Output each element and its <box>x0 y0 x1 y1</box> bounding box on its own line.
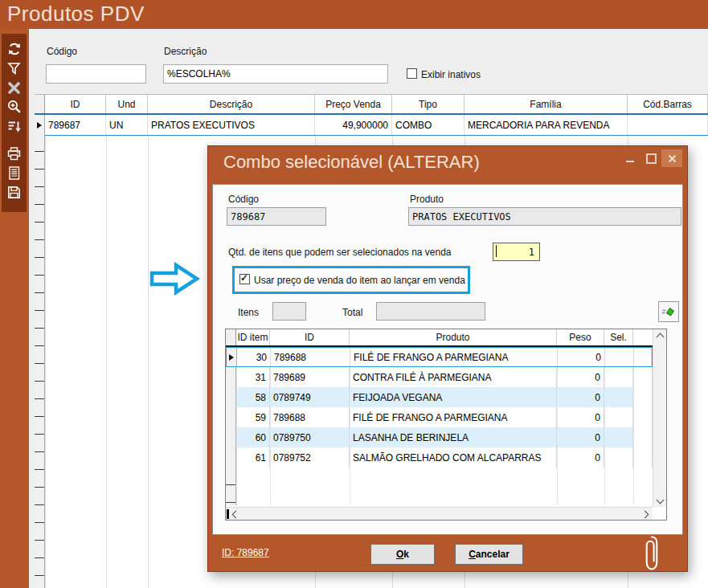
cell-und: UN <box>106 115 148 135</box>
column-header-produto[interactable]: Produto <box>350 329 557 345</box>
column-header-sel-[interactable]: Sel. <box>604 329 633 345</box>
close-button[interactable] <box>661 149 682 167</box>
row-tick <box>35 452 44 470</box>
row-selector-cell[interactable] <box>226 427 236 447</box>
row-selector-cell[interactable] <box>35 115 45 135</box>
column-header-peso[interactable]: Peso <box>557 329 604 345</box>
cell-peso: 0 <box>557 407 604 427</box>
cell-filler <box>634 348 652 366</box>
column-header-und[interactable]: Und <box>106 95 148 113</box>
row-selector-cell[interactable] <box>227 348 237 366</box>
total-label: Total <box>342 307 362 318</box>
qtd-itens-input[interactable] <box>493 243 540 261</box>
row-tick <box>35 293 44 311</box>
descricao-filter-input[interactable] <box>163 64 388 84</box>
chevron-up-icon <box>657 333 665 341</box>
cell-id_item: 61 <box>236 447 270 468</box>
cell-filler <box>633 427 653 447</box>
itens-input[interactable] <box>272 302 306 321</box>
row-tick <box>35 435 44 452</box>
cell-id: 0789750 <box>270 427 350 447</box>
cell-id: 0789749 <box>270 387 350 407</box>
table-row[interactable]: 789687UNPRATOS EXECUTIVOS49,900000COMBOM… <box>35 114 708 136</box>
cell-id_item: 58 <box>236 387 270 407</box>
cell-id: 789688 <box>270 407 350 427</box>
list-item[interactable]: 31789689CONTRA FILÉ À PARMEGIANA0 <box>226 367 653 387</box>
sort-descending-button[interactable] <box>5 116 24 136</box>
sort-descending-icon <box>6 119 22 134</box>
scroll-down-button[interactable] <box>653 494 667 505</box>
grid-column-line <box>148 114 149 588</box>
column-header-c-d-barras[interactable]: Cód.Barras <box>628 95 708 113</box>
page-title: Produtos PDV <box>7 2 145 27</box>
row-selector-cell[interactable] <box>226 407 236 427</box>
row-tick <box>35 488 44 505</box>
row-selector-cell[interactable] <box>226 367 236 387</box>
row-tick <box>226 485 235 503</box>
scroll-up-button[interactable] <box>653 331 667 342</box>
scroll-right-button[interactable] <box>639 508 650 521</box>
cell-id: 789688 <box>271 348 350 366</box>
save-button[interactable] <box>5 182 24 202</box>
row-tick <box>35 258 44 276</box>
clear-filter-button[interactable] <box>5 78 24 97</box>
list-item[interactable]: 580789749FEIJOADA VEGANA0 <box>226 387 653 407</box>
row-selector-cell[interactable] <box>226 387 236 407</box>
list-item[interactable]: 30789688FILÉ DE FRANGO A PARMEGIANA0 <box>226 347 653 367</box>
minimize-icon <box>626 161 634 162</box>
column-header-id[interactable]: ID <box>270 329 350 345</box>
ok-button[interactable]: Ok <box>370 544 435 565</box>
items-grid-vertical-scrollbar[interactable] <box>653 329 666 507</box>
app-title-bar: Produtos PDV <box>0 0 708 29</box>
row-tick <box>35 505 44 523</box>
list-item[interactable]: 59789688FILÉ DE FRANGO A PARMEGIANA0 <box>226 407 653 427</box>
report-button[interactable] <box>5 163 24 182</box>
scroll-left-button[interactable] <box>230 508 241 521</box>
quick-action-button[interactable] <box>658 301 679 322</box>
filter-button[interactable] <box>5 59 24 78</box>
items-row-selector-column[interactable] <box>226 468 236 505</box>
exibir-inativos-checkbox[interactable] <box>407 68 417 79</box>
itens-label: Itens <box>238 307 259 318</box>
zoom-in-button[interactable] <box>5 97 24 116</box>
clear-filter-icon <box>6 80 22 96</box>
maximize-button[interactable] <box>640 149 661 167</box>
column-header-pre-o-venda[interactable]: Preço Venda <box>315 95 392 113</box>
column-header-descri-o[interactable]: Descrição <box>148 95 315 113</box>
cell-tipo: COMBO <box>392 115 464 135</box>
dialog-codigo-input[interactable] <box>227 207 326 226</box>
row-selector-cell[interactable] <box>226 447 236 468</box>
close-icon <box>668 154 677 163</box>
grid-column-line <box>45 114 46 588</box>
column-header-id-item[interactable]: ID item <box>236 329 270 345</box>
column-header-tipo[interactable]: Tipo <box>392 95 464 113</box>
maximize-icon <box>646 153 657 164</box>
cell-id_item: 30 <box>237 348 271 366</box>
cell-peso: 0 <box>557 387 604 407</box>
row-tick <box>35 240 44 258</box>
codigo-filter-input[interactable] <box>46 64 146 84</box>
cell-filler <box>633 447 653 468</box>
row-tick <box>35 364 44 382</box>
minimize-button[interactable] <box>620 149 640 167</box>
selector-column-header <box>226 329 236 345</box>
row-tick <box>35 399 44 417</box>
cancel-button[interactable]: Cancelar <box>455 544 523 565</box>
green-eraser-icon <box>661 304 676 319</box>
items-grid-horizontal-scrollbar[interactable] <box>226 507 653 520</box>
row-selector-column[interactable] <box>35 134 45 588</box>
column-header-id[interactable]: ID <box>45 95 106 113</box>
dialog-footer: ID: 789687 Ok Cancelar <box>208 533 687 571</box>
row-tick <box>35 346 44 364</box>
list-item[interactable]: 610789752SALMÃO GRELHADO COM ALCAPARRAS0 <box>226 447 653 468</box>
dialog-produto-input[interactable] <box>408 207 681 226</box>
total-input[interactable] <box>376 302 485 321</box>
refresh-button[interactable] <box>5 39 24 59</box>
usar-preco-checkbox[interactable]: ✓ <box>239 274 250 284</box>
record-id-link[interactable]: ID: 789687 <box>222 547 269 558</box>
print-button[interactable] <box>5 144 24 163</box>
print-icon <box>6 146 22 161</box>
qtd-itens-label: Qtd. de itens que podem ser selecionados… <box>228 247 452 258</box>
list-item[interactable]: 600789750LASANHA DE BERINJELA0 <box>226 427 653 447</box>
column-header-fam-lia[interactable]: Família <box>464 95 628 113</box>
